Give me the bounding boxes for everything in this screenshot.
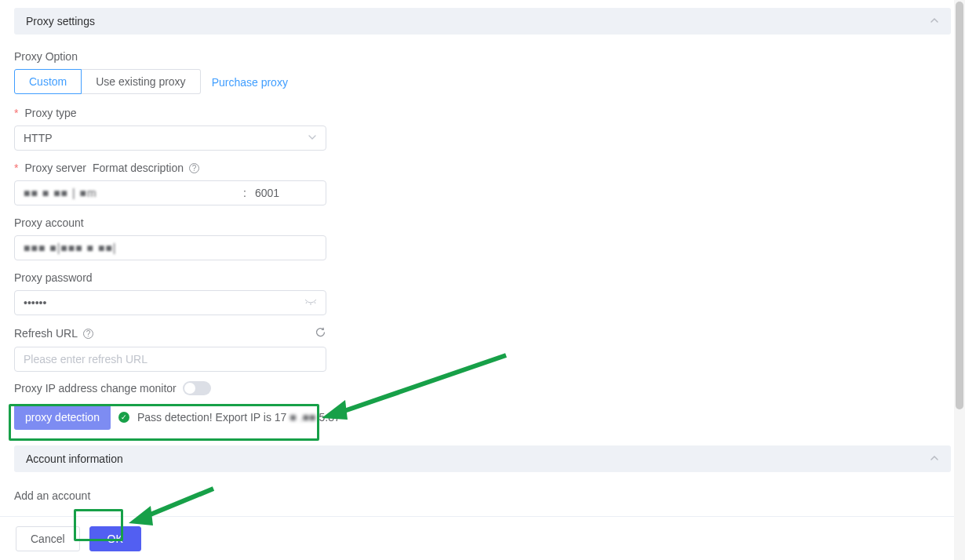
proxy-option-tabs: Custom Use existing proxy [14, 69, 201, 94]
ok-button[interactable]: OK [89, 526, 141, 551]
proxy-type-value: HTTP [24, 132, 53, 144]
refresh-url-input[interactable]: Please enter refresh URL [14, 347, 326, 372]
proxy-server-label: * Proxy server Format description ? [14, 162, 951, 174]
footer-bar: Cancel OK [0, 516, 965, 560]
proxy-password-label: Proxy password [14, 271, 951, 284]
section-title: Proxy settings [26, 15, 95, 27]
proxy-type-label: * Proxy type [14, 107, 951, 119]
proxy-settings-header[interactable]: Proxy settings [14, 8, 951, 35]
scrollbar-track[interactable] [954, 0, 965, 560]
tab-custom[interactable]: Custom [14, 69, 82, 94]
proxy-type-select[interactable]: HTTP [14, 125, 326, 151]
proxy-account-input[interactable]: ■■■ ■|■■■ ■ ■■| [14, 235, 326, 260]
proxy-account-value: ■■■ ■|■■■ ■ ■■| [24, 242, 117, 254]
eye-icon[interactable] [304, 297, 317, 309]
account-info-header[interactable]: Account information [14, 445, 951, 472]
proxy-host-value: ■■ ■ ■■ | ■m [15, 187, 239, 199]
proxy-port-value: 6001 [251, 187, 326, 199]
help-icon[interactable]: ? [83, 329, 93, 339]
chevron-down-icon [308, 132, 317, 144]
scrollbar-thumb[interactable] [956, 2, 963, 409]
refresh-url-label: Refresh URL ? [14, 327, 93, 340]
refresh-url-placeholder: Please enter refresh URL [24, 353, 147, 365]
chevron-up-icon [930, 16, 939, 27]
proxy-option-label: Proxy Option [14, 50, 951, 63]
proxy-server-input[interactable]: ■■ ■ ■■ | ■m : 6001 [14, 180, 326, 205]
ip-monitor-label: Proxy IP address change monitor [14, 382, 177, 395]
proxy-detection-button[interactable]: proxy detection [14, 405, 111, 430]
purchase-proxy-link[interactable]: Purchase proxy [212, 76, 288, 89]
proxy-account-label: Proxy account [14, 216, 951, 229]
help-icon[interactable]: ? [189, 163, 199, 173]
check-icon: ✓ [118, 412, 129, 423]
proxy-password-value: •••••• [24, 296, 46, 309]
cancel-button[interactable]: Cancel [16, 526, 80, 551]
ip-monitor-toggle[interactable] [183, 381, 211, 395]
required-star: * [14, 107, 18, 119]
tab-use-existing[interactable]: Use existing proxy [82, 69, 200, 94]
refresh-icon[interactable] [315, 326, 326, 340]
proxy-password-input[interactable]: •••••• [14, 290, 326, 315]
svg-line-0 [306, 302, 307, 304]
detection-result-text: Pass detection! Export IP is 17 ■ .■■ 5.… [137, 411, 340, 424]
chevron-up-icon [930, 453, 939, 465]
section-title: Account information [26, 453, 123, 465]
svg-line-2 [315, 302, 315, 304]
add-account-label: Add an account [14, 489, 951, 502]
host-port-separator: : [239, 187, 251, 199]
required-star: * [14, 162, 18, 174]
